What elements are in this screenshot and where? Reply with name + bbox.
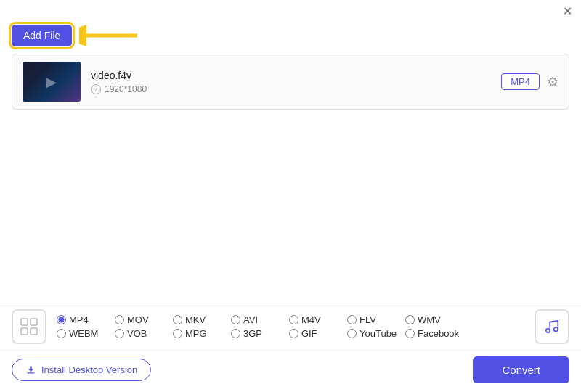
radio-flv[interactable] (347, 315, 357, 324)
format-gif[interactable]: GIF (289, 328, 347, 339)
radio-m4v[interactable] (289, 315, 298, 324)
radio-wmv[interactable] (405, 315, 415, 324)
svg-rect-3 (31, 319, 37, 325)
format-label-mpg: MPG (185, 328, 207, 339)
format-3gp[interactable]: 3GP (231, 328, 289, 339)
file-info: video.f4v i 1920*1080 (91, 70, 491, 94)
title-bar: ✕ (0, 0, 581, 20)
format-label-m4v: M4V (301, 314, 321, 325)
convert-button[interactable]: Convert (473, 356, 569, 383)
radio-facebook[interactable] (405, 329, 415, 338)
format-flv[interactable]: FLV (347, 314, 405, 325)
svg-rect-5 (31, 328, 37, 335)
radio-avi[interactable] (231, 315, 240, 324)
format-label-flv: FLV (359, 314, 376, 325)
radio-mov[interactable] (115, 315, 124, 324)
format-label-gif: GIF (301, 328, 317, 339)
file-list: video.f4v i 1920*1080 MP4 ⚙ (12, 54, 569, 110)
video-format-icon[interactable] (12, 309, 46, 344)
format-label-facebook: Facebook (418, 328, 459, 339)
format-label-wmv: WMV (418, 314, 441, 325)
formats-grid: MP4 MOV MKV AVI M4V (57, 314, 527, 339)
format-youtube[interactable]: YouTube (347, 328, 405, 339)
svg-point-7 (554, 327, 558, 332)
format-mp4[interactable]: MP4 (57, 314, 115, 325)
svg-point-6 (546, 329, 550, 333)
format-mkv[interactable]: MKV (173, 314, 231, 325)
close-button[interactable]: ✕ (563, 6, 572, 17)
radio-gif[interactable] (289, 329, 298, 338)
file-resolution: 1920*1080 (105, 84, 147, 94)
file-thumbnail (23, 62, 81, 102)
audio-format-icon[interactable] (535, 309, 569, 344)
thumb-preview (23, 62, 81, 102)
radio-vob[interactable] (115, 329, 124, 338)
music-note-icon (544, 319, 560, 335)
arrow-indicator (79, 25, 145, 46)
svg-rect-4 (21, 328, 28, 335)
empty-area (0, 110, 581, 240)
arrow-icon (79, 25, 145, 46)
file-name: video.f4v (91, 70, 491, 81)
bottom-panel: MP4 MOV MKV AVI M4V (0, 303, 581, 392)
format-label-vob: VOB (127, 328, 147, 339)
format-mpg[interactable]: MPG (173, 328, 231, 339)
format-facebook[interactable]: Facebook (405, 328, 463, 339)
radio-youtube[interactable] (347, 329, 357, 338)
install-button[interactable]: Install Desktop Version (12, 359, 151, 381)
radio-mkv[interactable] (173, 315, 182, 324)
format-label-webm: WEBM (69, 328, 98, 339)
format-m4v[interactable]: M4V (289, 314, 347, 325)
file-meta: i 1920*1080 (91, 84, 491, 94)
format-selector-row: MP4 MOV MKV AVI M4V (0, 303, 581, 350)
formats-row-1: MP4 MOV MKV AVI M4V (57, 314, 527, 325)
svg-rect-8 (28, 372, 35, 373)
radio-webm[interactable] (57, 329, 66, 338)
file-item: video.f4v i 1920*1080 MP4 ⚙ (12, 54, 569, 109)
format-mov[interactable]: MOV (115, 314, 173, 325)
format-badge[interactable]: MP4 (501, 73, 540, 90)
format-label-mp4: MP4 (69, 314, 89, 325)
format-webm[interactable]: WEBM (57, 328, 115, 339)
install-label: Install Desktop Version (41, 364, 137, 375)
download-icon (25, 364, 36, 375)
format-vob[interactable]: VOB (115, 328, 173, 339)
radio-mpg[interactable] (173, 329, 182, 338)
format-avi[interactable]: AVI (231, 314, 289, 325)
format-label-mkv: MKV (185, 314, 206, 325)
top-bar: Add File (0, 20, 581, 54)
settings-icon[interactable]: ⚙ (547, 74, 558, 90)
info-icon: i (91, 84, 101, 94)
format-label-3gp: 3GP (243, 328, 262, 339)
format-label-avi: AVI (243, 314, 258, 325)
radio-3gp[interactable] (231, 329, 240, 338)
format-label-youtube: YouTube (359, 328, 397, 339)
svg-rect-2 (21, 319, 28, 325)
format-wmv[interactable]: WMV (405, 314, 463, 325)
add-file-button[interactable]: Add File (12, 25, 72, 46)
grid-icon (20, 318, 38, 335)
radio-mp4[interactable] (57, 315, 66, 324)
format-label-mov: MOV (127, 314, 149, 325)
file-actions: MP4 ⚙ (501, 73, 558, 90)
formats-row-2: WEBM VOB MPG 3GP GIF (57, 328, 527, 339)
action-row: Install Desktop Version Convert (0, 350, 581, 392)
